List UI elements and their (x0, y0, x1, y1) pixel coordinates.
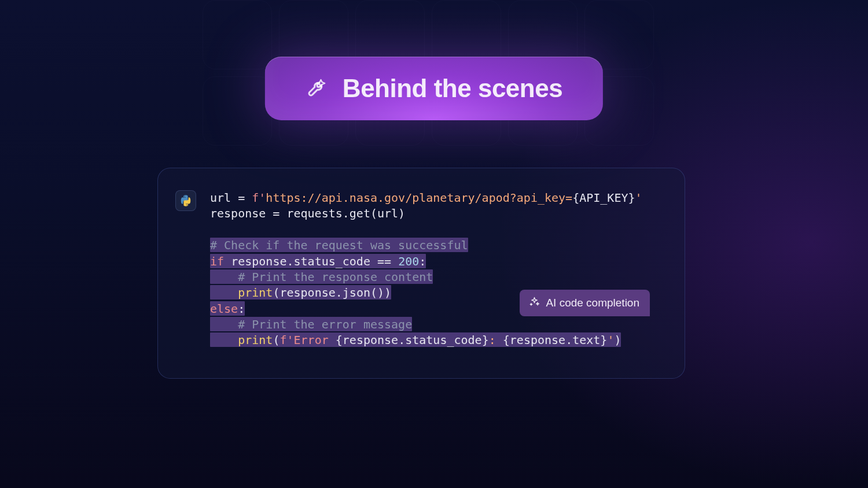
code-text: url = (210, 191, 252, 205)
header-pill[interactable]: Behind the scenes (265, 57, 603, 120)
code-card: url = f'https://api.nasa.gov/planetary/a… (157, 168, 685, 379)
ai-chip-label: AI code completion (546, 297, 639, 309)
sparkles-icon (529, 296, 540, 310)
code-comment: # Print the response content (238, 269, 433, 283)
header-title: Behind the scenes (343, 74, 562, 103)
header: Behind the scenes (265, 57, 603, 120)
ai-code-completion-chip[interactable]: AI code completion (520, 290, 650, 316)
code-comment: # Check if the request was successful (210, 238, 468, 252)
code-text: response = requests.get(url) (210, 206, 405, 220)
code-comment: # Print the error message (238, 317, 412, 331)
code-block[interactable]: url = f'https://api.nasa.gov/planetary/a… (210, 190, 660, 348)
python-icon (175, 190, 196, 211)
tools-icon (306, 77, 329, 100)
